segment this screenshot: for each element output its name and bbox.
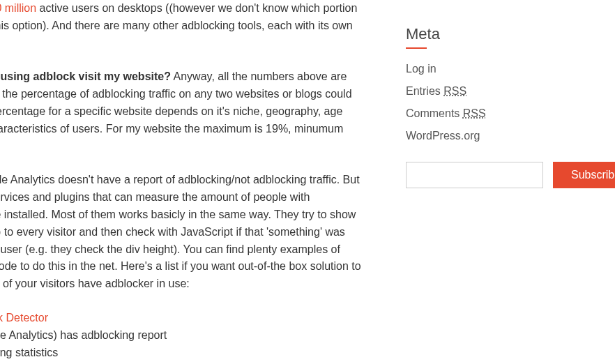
article-body: in adblocker, has 60 million active user… [0, 0, 378, 364]
tool-list: Kissmetrics AdBlock Detector (it's simil… [0, 310, 361, 361]
list-item: Entries RSS [406, 85, 598, 98]
list-item: Log in [406, 63, 598, 75]
widget-title-underline [406, 47, 427, 49]
text: Entries [406, 85, 443, 97]
subscribe-button[interactable]: Subscribe [553, 162, 615, 188]
list-item: WordPress.org [406, 130, 598, 142]
link-comments-rss[interactable]: Comments RSS [406, 107, 486, 119]
list-item-3: – per page adblocking statistics [0, 347, 58, 358]
link-login[interactable]: Log in [406, 63, 436, 75]
subscribe-email-input[interactable] [406, 162, 543, 188]
text: Comments [406, 107, 463, 119]
paragraph-ga: Unfortunately Google Analytics doesn't h… [0, 172, 361, 293]
link-60-million[interactable]: 60 million [0, 2, 36, 14]
list-item-2: (it's similar to Google Analytics) has a… [0, 329, 167, 341]
subscribe-form: Subscribe [406, 162, 598, 188]
text: Anyway, all the numbers above are averag… [0, 70, 352, 151]
paragraph-intro: in adblocker, has 60 million active user… [0, 0, 361, 52]
widget-title-meta: Meta [406, 25, 598, 43]
abbr-rss: RSS [443, 85, 466, 97]
question-heading: How many people using adblock visit my w… [0, 70, 171, 82]
abbr-rss: RSS [463, 107, 486, 119]
link-entries-rss[interactable]: Entries RSS [406, 85, 466, 97]
text: active users on desktops ((however we do… [0, 2, 357, 49]
link-kissmetrics-detector[interactable]: Kissmetrics AdBlock Detector [0, 312, 48, 324]
link-wordpress-org[interactable]: WordPress.org [406, 130, 480, 142]
meta-list: Log in Entries RSS Comments RSS WordPres… [406, 63, 598, 142]
paragraph-how-many: How many people using adblock visit my w… [0, 68, 361, 155]
widget-meta: Meta Log in Entries RSS Comments RSS Wor… [406, 25, 598, 142]
list-item: Comments RSS [406, 107, 598, 120]
sidebar: Meta Log in Entries RSS Comments RSS Wor… [378, 0, 615, 364]
